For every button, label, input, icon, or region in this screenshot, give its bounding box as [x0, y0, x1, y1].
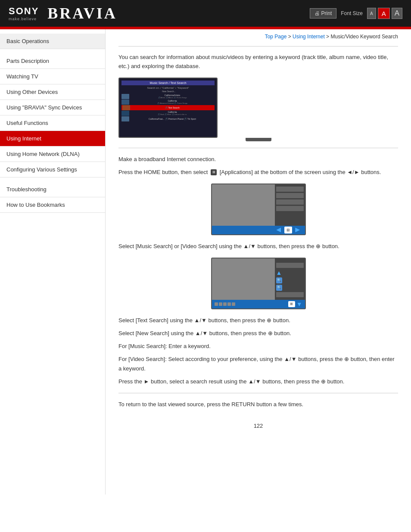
print-label: Print [321, 10, 332, 16]
applications-icon: ⊞ [211, 169, 217, 175]
intro-text: You can search for information about mus… [118, 53, 398, 71]
sidebar-item-using-other-devices[interactable]: Using Other Devices [0, 84, 105, 100]
breadcrumb: Top Page > Using Internet > Music/Video … [118, 34, 398, 40]
step2-screenshot-container: ◄ ⊞ ► [118, 184, 398, 235]
main-layout: Basic Operations Parts Description Watch… [0, 29, 411, 495]
step2-part2: at the bottom of the screen using the ◄/… [255, 169, 381, 175]
step3-screenshot: ▲ 🔍 🔍 [211, 258, 306, 309]
font-large-button[interactable]: A [392, 8, 402, 19]
down-arrow-icon: ▼ [296, 301, 302, 308]
up-arrow-icon: ▲ [276, 269, 282, 276]
sidebar-item-basic-operations[interactable]: Basic Operations [0, 34, 105, 49]
step7-text: Press the ► button, select a search resu… [118, 377, 398, 386]
sony-logo: SONY [9, 6, 39, 17]
step2-text: Press the HOME button, then select ⊞ [Ap… [118, 168, 398, 177]
breadcrumb-sep1: > [286, 34, 293, 40]
search-icon2: 🔍 [276, 285, 282, 291]
breadcrumb-current: Music/Video Keyword Search [330, 34, 398, 40]
sony-logo-area: SONY make.believe [9, 6, 39, 21]
step3-dots [215, 302, 235, 306]
breadcrumb-top-link[interactable]: Top Page [265, 34, 287, 40]
print-button[interactable]: 🖨 Print [310, 8, 337, 19]
breadcrumb-internet-link[interactable]: Using Internet [293, 34, 325, 40]
sidebar-item-useful-functions[interactable]: Useful Functions [0, 115, 105, 131]
font-medium-button[interactable]: A [378, 8, 390, 19]
step4-text: Select [Text Search] using the ▲/▼ butto… [118, 316, 398, 325]
header: SONY make.believe BRAVIA 🖨 Print Font Si… [0, 0, 411, 27]
sidebar-item-using-bravia-sync[interactable]: Using "BRAVIA" Sync Devices [0, 100, 105, 115]
dot3 [223, 302, 227, 306]
left-arrow-icon: ◄ [275, 225, 283, 234]
tv-screenshot-image: Music Search / Text Search Search on ♪ "… [118, 78, 218, 138]
tv-stand [246, 138, 271, 141]
font-size-buttons: A A A [367, 8, 402, 19]
header-controls: 🖨 Print Font Size A A A [310, 8, 402, 19]
step3-bottom: ⊞ ▼ [212, 300, 305, 308]
sidebar-item-troubleshooting[interactable]: Troubleshooting [0, 182, 105, 197]
sidebar-item-configuring-various[interactable]: Configuring Various Settings [0, 162, 105, 177]
step2-bottom-bar: ◄ ⊞ ► [212, 226, 305, 234]
step5-text: Select [New Search] using the ▲/▼ button… [118, 329, 398, 338]
step2-sidebar-item3 [276, 199, 304, 205]
apps-icon: ⊞ [284, 227, 292, 233]
step1-text: Make a broadband Internet connection. [118, 155, 398, 164]
step3-item2 [276, 292, 304, 297]
search-icon: 🔍 [276, 277, 282, 283]
dot4 [227, 302, 231, 306]
step2-sidebar-item4 [276, 206, 304, 211]
dot2 [219, 302, 222, 306]
dot5 [232, 302, 235, 306]
page-number: 122 [118, 423, 398, 429]
step3-screenshot-container: ▲ 🔍 🔍 [118, 258, 398, 309]
font-size-label: Font Size [341, 10, 363, 16]
step6b-text: For [Video Search]: Select according to … [118, 355, 398, 373]
tv-screenshot-container: Music Search / Text Search Search on ♪ "… [118, 78, 398, 141]
return-note: To return to the last viewed source, pre… [118, 400, 398, 409]
sidebar-item-watching-tv[interactable]: Watching TV [0, 69, 105, 84]
right-arrow-icon: ► [294, 225, 302, 234]
content-area: Top Page > Using Internet > Music/Video … [106, 29, 411, 495]
breadcrumb-sep2: > [325, 34, 331, 40]
sidebar-item-parts-description[interactable]: Parts Description [0, 53, 105, 69]
step3-icons: ⊞ ▼ [288, 301, 302, 308]
divider-top [118, 46, 398, 47]
divider-2 [118, 148, 398, 148]
divider-bottom [118, 393, 398, 393]
step2-part1: Press the HOME button, then select [118, 169, 208, 175]
sidebar: Basic Operations Parts Description Watch… [0, 29, 106, 495]
tagline: make.believe [9, 17, 39, 21]
step2-applications: [Applications] [220, 169, 253, 175]
step6a-text: For [Music Search]: Enter a keyword. [118, 342, 398, 351]
step2-sidebar-item1 [276, 187, 304, 192]
sidebar-item-using-home-network[interactable]: Using Home Network (DLNA) [0, 146, 105, 162]
step3-text: Select [Music Search] or [Video Search] … [118, 242, 398, 251]
step2-screenshot: ◄ ⊞ ► [211, 184, 306, 235]
sidebar-item-how-to-bookmarks[interactable]: How to Use Bookmarks [0, 197, 105, 213]
dot1 [215, 302, 218, 306]
print-icon: 🖨 [314, 10, 320, 16]
sidebar-item-using-internet[interactable]: Using Internet [0, 131, 105, 146]
font-small-button[interactable]: A [367, 8, 376, 19]
apps-icon2: ⊞ [288, 301, 295, 307]
brand-name: BRAVIA [47, 4, 117, 22]
step2-sidebar-item2 [276, 193, 304, 198]
step3-item1 [276, 263, 304, 268]
